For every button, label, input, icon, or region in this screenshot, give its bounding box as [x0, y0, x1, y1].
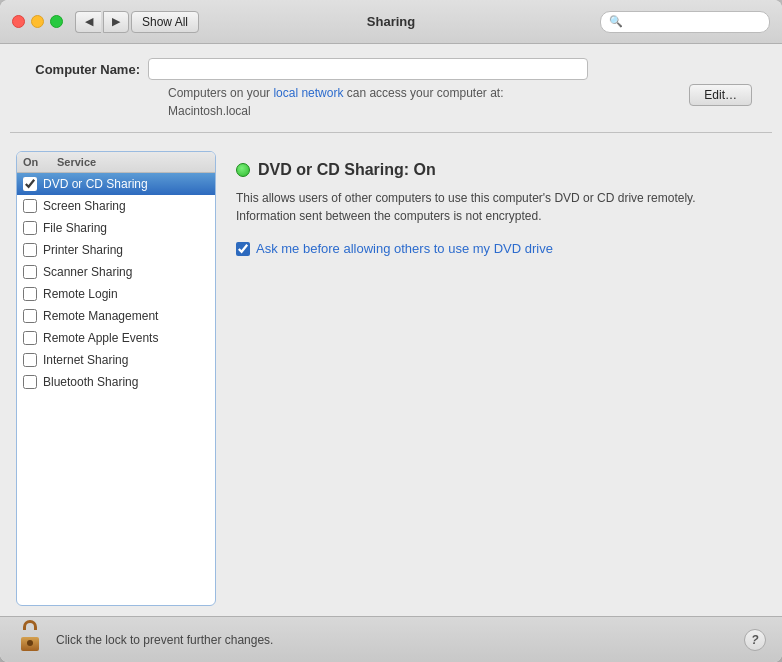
- service-item[interactable]: Screen Sharing: [17, 195, 215, 217]
- status-title: DVD or CD Sharing: On: [258, 161, 436, 179]
- service-name: File Sharing: [43, 221, 209, 235]
- service-item[interactable]: Internet Sharing: [17, 349, 215, 371]
- network-info-text: Computers on your local network can acce…: [168, 84, 504, 120]
- service-items: DVD or CD SharingScreen SharingFile Shar…: [17, 173, 215, 393]
- service-name: Internet Sharing: [43, 353, 209, 367]
- service-name: Remote Apple Events: [43, 331, 209, 345]
- main-panel: On Service DVD or CD SharingScreen Shari…: [0, 141, 782, 616]
- window-title: Sharing: [367, 14, 415, 29]
- lock-shackle: [23, 620, 37, 630]
- back-button[interactable]: ◀: [75, 11, 101, 33]
- sharing-window: ◀ ▶ Show All Sharing 🔍 Computer Name: Co…: [0, 0, 782, 662]
- help-button[interactable]: ?: [744, 629, 766, 651]
- service-checkbox[interactable]: [23, 309, 37, 323]
- col-on-header: On: [23, 156, 53, 168]
- service-item[interactable]: File Sharing: [17, 217, 215, 239]
- forward-button[interactable]: ▶: [103, 11, 129, 33]
- ask-me-checkbox[interactable]: [236, 242, 250, 256]
- show-all-button[interactable]: Show All: [131, 11, 199, 33]
- lock-text: Click the lock to prevent further change…: [56, 633, 732, 647]
- service-item[interactable]: DVD or CD Sharing: [17, 173, 215, 195]
- minimize-button[interactable]: [31, 15, 44, 28]
- search-icon: 🔍: [609, 15, 623, 28]
- traffic-lights: [12, 15, 63, 28]
- service-checkbox[interactable]: [23, 265, 37, 279]
- edit-button[interactable]: Edit…: [689, 84, 752, 106]
- service-checkbox[interactable]: [23, 177, 37, 191]
- detail-description: This allows users of other computers to …: [236, 189, 746, 225]
- search-input[interactable]: [627, 15, 767, 29]
- status-dot: [236, 163, 250, 177]
- search-box[interactable]: 🔍: [600, 11, 770, 33]
- maximize-button[interactable]: [50, 15, 63, 28]
- service-checkbox[interactable]: [23, 221, 37, 235]
- service-name: Screen Sharing: [43, 199, 209, 213]
- service-item[interactable]: Remote Management: [17, 305, 215, 327]
- service-list: On Service DVD or CD SharingScreen Shari…: [16, 151, 216, 606]
- service-name: Scanner Sharing: [43, 265, 209, 279]
- service-checkbox[interactable]: [23, 375, 37, 389]
- service-checkbox[interactable]: [23, 199, 37, 213]
- bottom-bar: Click the lock to prevent further change…: [0, 616, 782, 662]
- service-item[interactable]: Printer Sharing: [17, 239, 215, 261]
- lock-button[interactable]: [16, 624, 44, 656]
- detail-status: DVD or CD Sharing: On: [236, 161, 746, 179]
- service-item[interactable]: Remote Apple Events: [17, 327, 215, 349]
- service-name: Bluetooth Sharing: [43, 375, 209, 389]
- service-list-header: On Service: [17, 152, 215, 173]
- local-network-link[interactable]: local network: [273, 86, 343, 100]
- service-item[interactable]: Remote Login: [17, 283, 215, 305]
- lock-body: [21, 637, 39, 651]
- lock-keyhole: [27, 640, 33, 646]
- nav-buttons: ◀ ▶: [75, 11, 129, 33]
- service-name: Printer Sharing: [43, 243, 209, 257]
- divider: [10, 132, 772, 133]
- service-item[interactable]: Scanner Sharing: [17, 261, 215, 283]
- service-name: Remote Management: [43, 309, 209, 323]
- computer-name-label: Computer Name:: [20, 62, 140, 77]
- service-checkbox[interactable]: [23, 353, 37, 367]
- detail-panel: DVD or CD Sharing: On This allows users …: [216, 151, 766, 606]
- service-item[interactable]: Bluetooth Sharing: [17, 371, 215, 393]
- close-button[interactable]: [12, 15, 25, 28]
- service-checkbox[interactable]: [23, 331, 37, 345]
- computer-name-input[interactable]: [148, 58, 588, 80]
- service-checkbox[interactable]: [23, 287, 37, 301]
- ask-me-label[interactable]: Ask me before allowing others to use my …: [256, 241, 553, 256]
- computer-name-section: Computer Name: Computers on your local n…: [0, 44, 782, 124]
- ask-me-row: Ask me before allowing others to use my …: [236, 241, 746, 256]
- service-checkbox[interactable]: [23, 243, 37, 257]
- service-name: Remote Login: [43, 287, 209, 301]
- service-name: DVD or CD Sharing: [43, 177, 209, 191]
- title-bar: ◀ ▶ Show All Sharing 🔍: [0, 0, 782, 44]
- col-service-header: Service: [57, 156, 96, 168]
